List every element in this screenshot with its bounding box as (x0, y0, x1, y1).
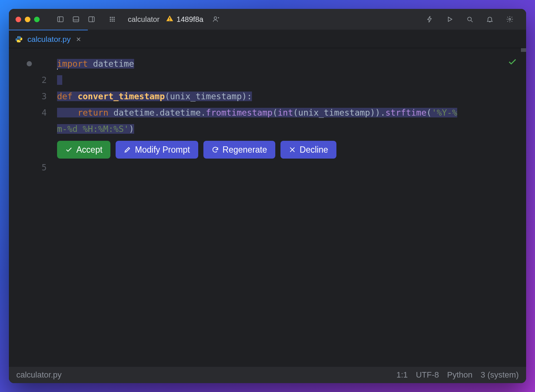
check-icon (65, 146, 73, 153)
modify-prompt-button[interactable]: Modify Prompt (116, 141, 198, 159)
project-name[interactable]: calculator (128, 15, 160, 24)
ide-window: calculator 1489f8a calculator.py (9, 9, 526, 383)
gear-icon[interactable] (503, 13, 516, 26)
tab-calculator-py[interactable]: calculator.py (9, 30, 88, 48)
regenerate-label: Regenerate (223, 145, 267, 155)
add-user-icon[interactable] (209, 13, 223, 26)
svg-point-24 (20, 41, 20, 42)
svg-point-12 (110, 21, 111, 21)
vcs-warning-badge[interactable]: 1489f8a (166, 14, 203, 24)
svg-point-13 (112, 21, 113, 21)
close-icon (289, 146, 296, 153)
breakpoint-dot[interactable] (27, 61, 32, 66)
svg-point-11 (114, 19, 114, 20)
panel-left-icon[interactable] (54, 13, 67, 26)
svg-rect-4 (89, 17, 94, 21)
svg-point-16 (169, 20, 170, 20)
svg-line-21 (471, 20, 472, 22)
pencil-icon (124, 146, 131, 153)
code-area[interactable]: import datetime def convert_timestamp(un… (57, 48, 526, 367)
refresh-icon (212, 146, 219, 153)
code-line[interactable]: m-%d %H:%M:%S') (57, 121, 526, 137)
svg-point-9 (110, 19, 111, 20)
panel-bottom-icon[interactable] (69, 13, 83, 26)
modify-label: Modify Prompt (135, 145, 190, 155)
svg-point-14 (114, 21, 114, 21)
svg-point-10 (112, 19, 113, 20)
status-encoding[interactable]: UTF-8 (416, 370, 439, 380)
status-language[interactable]: Python (447, 370, 473, 380)
warning-icon (166, 14, 174, 24)
close-window-button[interactable] (16, 17, 21, 22)
bolt-icon[interactable] (423, 13, 436, 26)
ai-action-bar: Accept Modify Prompt Regenerate Decline (57, 141, 336, 159)
tab-strip: calculator.py (9, 30, 526, 48)
code-line[interactable] (57, 72, 526, 88)
search-icon[interactable] (463, 13, 476, 26)
line-number[interactable]: 2 (9, 72, 57, 88)
layout-button-group (54, 13, 98, 26)
svg-rect-2 (73, 17, 79, 21)
decline-label: Decline (300, 145, 328, 155)
status-file[interactable]: calculator.py (16, 370, 62, 380)
window-controls (16, 17, 40, 22)
svg-point-8 (114, 17, 114, 18)
bell-icon[interactable] (483, 13, 496, 26)
accept-button[interactable]: Accept (57, 141, 110, 159)
tab-close-icon[interactable] (75, 36, 82, 43)
line-number[interactable]: 3 (9, 88, 57, 104)
code-line[interactable]: def convert_timestamp(unix_timestamp): (57, 88, 526, 104)
line-number[interactable] (9, 121, 57, 137)
minimize-window-button[interactable] (25, 17, 30, 22)
line-number[interactable] (9, 56, 57, 72)
svg-point-20 (468, 17, 471, 21)
code-line[interactable]: import datetime (57, 56, 526, 72)
svg-point-17 (214, 17, 217, 19)
line-number[interactable]: 5 (9, 159, 57, 176)
decline-button[interactable]: Decline (280, 141, 336, 159)
panel-right-icon[interactable] (85, 13, 98, 26)
tab-filename: calculator.py (27, 35, 71, 44)
svg-point-6 (110, 17, 111, 18)
python-file-icon (15, 35, 23, 43)
commit-hash: 1489f8a (177, 15, 203, 24)
status-position[interactable]: 1:1 (396, 370, 408, 380)
titlebar-center: calculator 1489f8a (128, 13, 223, 26)
run-icon[interactable] (443, 13, 456, 26)
gutter: 2 3 4 5 (9, 48, 57, 367)
svg-rect-0 (58, 17, 63, 21)
line-number[interactable]: 4 (9, 104, 57, 121)
svg-point-22 (509, 19, 511, 20)
regenerate-button[interactable]: Regenerate (203, 141, 275, 159)
status-runtime[interactable]: 3 (system) (481, 370, 519, 380)
status-bar: calculator.py 1:1 UTF-8 Python 3 (system… (9, 367, 526, 383)
titlebar: calculator 1489f8a (9, 9, 526, 30)
accept-label: Accept (76, 145, 102, 155)
grid-icon[interactable] (106, 13, 119, 26)
fullscreen-window-button[interactable] (34, 17, 40, 22)
svg-point-23 (17, 37, 18, 37)
svg-point-7 (112, 17, 113, 18)
editor[interactable]: 2 3 4 5 import datetime def convert_time… (9, 48, 526, 367)
code-line[interactable]: return datetime.datetime.fromtimestamp(i… (57, 104, 526, 121)
titlebar-right (423, 13, 516, 26)
